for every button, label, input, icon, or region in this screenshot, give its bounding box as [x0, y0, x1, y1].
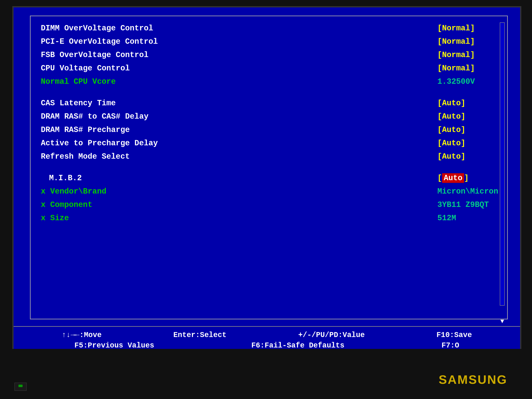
cpu-voltage-value: [Normal]	[437, 62, 499, 74]
mib2-value: [Auto]	[437, 172, 499, 184]
dram-ras-cas-row[interactable]: DRAM RAS# to CAS# Delay [Auto]	[41, 111, 499, 122]
fsb-overvoltage-row[interactable]: FSB OverVoltage Control [Normal]	[41, 49, 499, 61]
scrollbar-track[interactable]	[500, 22, 505, 306]
fsb-overvoltage-label: FSB OverVoltage Control	[41, 49, 149, 61]
value-hint: +/-/PU/PD:Value	[298, 331, 365, 339]
vendor-brand-label: x Vendor\Brand	[41, 185, 106, 197]
dimm-overvoltage-value: [Normal]	[437, 22, 499, 34]
spacer-1	[41, 89, 499, 97]
active-to-precharge-row[interactable]: Active to Precharge Delay [Auto]	[41, 137, 499, 149]
cpu-voltage-label: CPU Voltage Control	[41, 62, 130, 74]
mib2-row[interactable]: M.I.B.2 [Auto]	[41, 172, 499, 184]
refresh-mode-label: Refresh Mode Select	[41, 151, 130, 162]
enter-select-hint: Enter:Select	[173, 331, 226, 339]
component-row: x Component 3YB11 Z9BQT	[41, 199, 499, 211]
dram-ras-precharge-value: [Auto]	[437, 124, 499, 136]
refresh-mode-row[interactable]: Refresh Mode Select [Auto]	[41, 151, 499, 162]
scrollbar[interactable]: ▼	[499, 22, 505, 325]
pcie-overvoltage-value: [Normal]	[437, 36, 499, 47]
active-to-precharge-value: [Auto]	[437, 137, 499, 149]
monitor-bezel: DIMM OverVoltage Control [Normal] PCI-E …	[0, 0, 532, 399]
cas-latency-label: CAS Latency Time	[41, 97, 116, 109]
fsb-overvoltage-value: [Normal]	[437, 49, 499, 61]
power-indicator	[14, 383, 27, 391]
cas-latency-row[interactable]: CAS Latency Time [Auto]	[41, 97, 499, 109]
mib-settings-group: M.I.B.2 [Auto] x Vendor\Brand Micron\Mic…	[41, 172, 499, 224]
normal-cpu-vcore-row: Normal CPU Vcore 1.32500V	[41, 76, 499, 88]
dram-ras-cas-label: DRAM RAS# to CAS# Delay	[41, 111, 149, 122]
refresh-mode-value: [Auto]	[437, 151, 499, 162]
size-row: x Size 512M	[41, 212, 499, 224]
normal-cpu-vcore-label: Normal CPU Vcore	[41, 76, 116, 88]
f6-failsafe-hint: F6:Fail-Safe Defaults	[251, 341, 344, 350]
status-row-1: ↑↓→←:Move Enter:Select +/-/PU/PD:Value F…	[26, 331, 508, 339]
memory-settings-group: CAS Latency Time [Auto] DRAM RAS# to CAS…	[41, 97, 499, 162]
bios-inner: DIMM OverVoltage Control [Normal] PCI-E …	[30, 16, 508, 319]
scrollbar-down-arrow[interactable]: ▼	[500, 318, 504, 325]
cas-latency-value: [Auto]	[437, 97, 499, 109]
spacer-2	[41, 164, 499, 172]
pcie-overvoltage-row[interactable]: PCI-E OverVoltage Control [Normal]	[41, 36, 499, 47]
screen: DIMM OverVoltage Control [Normal] PCI-E …	[12, 6, 521, 355]
dram-ras-cas-value: [Auto]	[437, 111, 499, 122]
voltage-settings-group: DIMM OverVoltage Control [Normal] PCI-E …	[41, 22, 499, 88]
f7-hint: F7:O	[442, 341, 459, 350]
dram-ras-precharge-label: DRAM RAS# Precharge	[41, 124, 130, 136]
status-row-2: F5:Previous Values F6:Fail-Safe Defaults…	[26, 341, 508, 350]
dram-ras-precharge-row[interactable]: DRAM RAS# Precharge [Auto]	[41, 124, 499, 136]
vendor-brand-row: x Vendor\Brand Micron\Micron	[41, 185, 499, 197]
samsung-logo: SAMSUNG	[439, 373, 507, 387]
pcie-overvoltage-label: PCI-E OverVoltage Control	[41, 36, 158, 47]
dimm-overvoltage-row[interactable]: DIMM OverVoltage Control [Normal]	[41, 22, 499, 34]
vendor-brand-value: Micron\Micron	[437, 185, 499, 197]
component-value: 3YB11 Z9BQT	[437, 199, 499, 211]
f10-save-hint: F10:Save	[436, 331, 472, 339]
cpu-voltage-row[interactable]: CPU Voltage Control [Normal]	[41, 62, 499, 74]
normal-cpu-vcore-value: 1.32500V	[437, 76, 499, 88]
active-to-precharge-label: Active to Precharge Delay	[41, 137, 158, 149]
monitor-bottom: SAMSUNG	[0, 349, 532, 399]
move-hint: ↑↓→←:Move	[62, 331, 101, 339]
dimm-overvoltage-label: DIMM OverVoltage Control	[41, 22, 153, 34]
f5-previous-hint: F5:Previous Values	[75, 341, 154, 350]
component-label: x Component	[41, 199, 92, 211]
size-label: x Size	[41, 212, 69, 224]
bios-content: DIMM OverVoltage Control [Normal] PCI-E …	[13, 7, 520, 354]
mib2-label: M.I.B.2	[41, 172, 82, 184]
size-value: 512M	[437, 212, 499, 224]
